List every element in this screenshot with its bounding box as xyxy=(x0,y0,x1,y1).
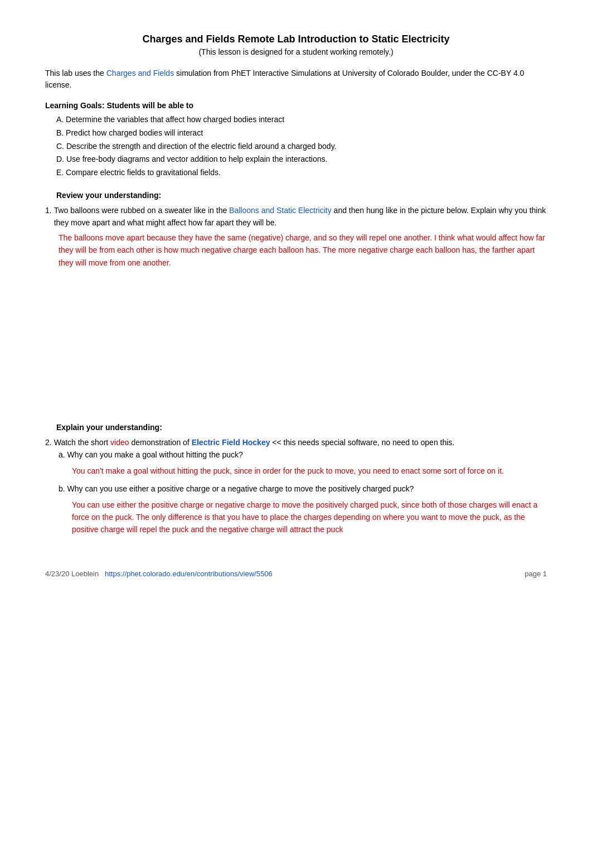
page-container: Charges and Fields Remote Lab Introducti… xyxy=(45,33,547,578)
question-1: 1. Two balloons were rubbed on a sweater… xyxy=(45,204,547,269)
question-1-row: 1. Two balloons were rubbed on a sweater… xyxy=(45,204,547,229)
list-item: A. Determine the variables that affect h… xyxy=(56,113,547,127)
sub-a-question: Why can you make a goal without hitting … xyxy=(67,450,243,459)
question-2-row: 2. Watch the short video demonstration o… xyxy=(45,436,547,449)
sub-b-answer: You can use either the positive charge o… xyxy=(45,499,547,536)
subtitle: (This lesson is designed for a student w… xyxy=(45,47,547,56)
sub-question-a: a. Why can you make a goal without hitti… xyxy=(59,449,547,461)
question-2: 2. Watch the short video demonstration o… xyxy=(45,436,547,536)
footer: 4/23/20 Loeblein https://phet.colorado.e… xyxy=(45,570,547,578)
balloons-link[interactable]: Balloons and Static Electricity xyxy=(229,206,332,215)
q2-text-after: << this needs special software, no need … xyxy=(270,438,454,447)
question-1-number: 1. xyxy=(45,204,52,216)
learning-goals-label: Learning Goals: xyxy=(45,101,105,110)
spacer xyxy=(45,278,547,401)
sub-a-answer: You can't make a goal without hitting th… xyxy=(45,465,547,477)
footer-date-author: 4/23/20 Loeblein xyxy=(45,570,99,578)
q1-text-before: Two balloons were rubbed on a sweater li… xyxy=(54,206,229,215)
main-title: Charges and Fields Remote Lab Introducti… xyxy=(45,33,547,45)
electric-field-hockey-link[interactable]: Electric Field Hockey xyxy=(192,438,270,447)
question-1-answer: The balloons move apart because they hav… xyxy=(45,232,547,269)
sub-a-label: a. xyxy=(59,450,65,459)
learning-goals-title: Learning Goals: Students will be able to xyxy=(45,101,547,110)
learning-goals-description: Students will be able to xyxy=(106,101,193,110)
video-link[interactable]: video xyxy=(110,438,129,447)
sub-b-question: Why can you use either a positive charge… xyxy=(67,484,414,493)
review-section: Review your understanding: 1. Two balloo… xyxy=(45,191,547,269)
review-section-title: Review your understanding: xyxy=(45,191,547,200)
list-item: E. Compare electric fields to gravitatio… xyxy=(56,166,547,180)
intro-text: This lab uses the Charges and Fields sim… xyxy=(45,67,547,91)
question-2-text: Watch the short video demonstration of E… xyxy=(54,436,547,449)
footer-page: page 1 xyxy=(525,570,547,578)
learning-goals-section: Learning Goals: Students will be able to… xyxy=(45,101,547,180)
list-item: D. Use free-body diagrams and vector add… xyxy=(56,153,547,166)
footer-link[interactable]: https://phet.colorado.edu/en/contributio… xyxy=(105,570,273,578)
explain-section: Explain your understanding: 2. Watch the… xyxy=(45,423,547,536)
explain-section-title: Explain your understanding: xyxy=(45,423,547,432)
intro-text-part1: This lab uses the xyxy=(45,69,106,78)
footer-left: 4/23/20 Loeblein https://phet.colorado.e… xyxy=(45,570,273,578)
question-2-number: 2. xyxy=(45,436,52,449)
sub-b-label: b. xyxy=(59,484,65,493)
learning-goals-list: A. Determine the variables that affect h… xyxy=(45,113,547,180)
q2-text-before: Watch the short xyxy=(54,438,110,447)
charges-fields-link[interactable]: Charges and Fields xyxy=(106,69,174,78)
sub-question-b: b. Why can you use either a positive cha… xyxy=(59,483,547,495)
list-item: B. Predict how charged bodies will inter… xyxy=(56,127,547,140)
q2-text-middle: demonstration of xyxy=(129,438,192,447)
question-1-text: Two balloons were rubbed on a sweater li… xyxy=(54,204,547,229)
list-item: C. Describe the strength and direction o… xyxy=(56,140,547,153)
